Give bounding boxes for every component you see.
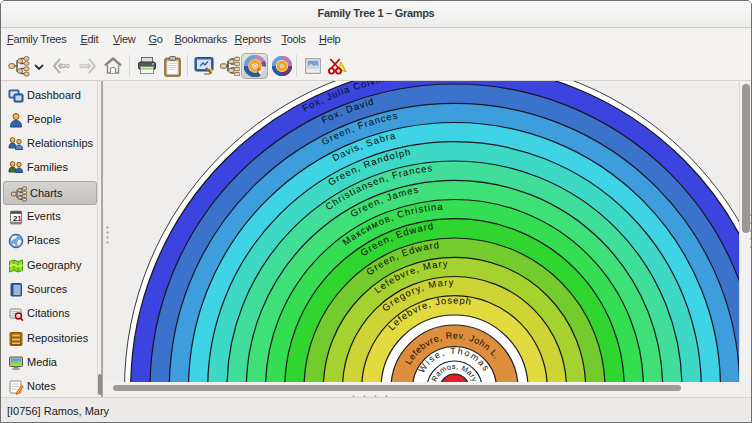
svg-text:1: 1 <box>17 214 22 223</box>
